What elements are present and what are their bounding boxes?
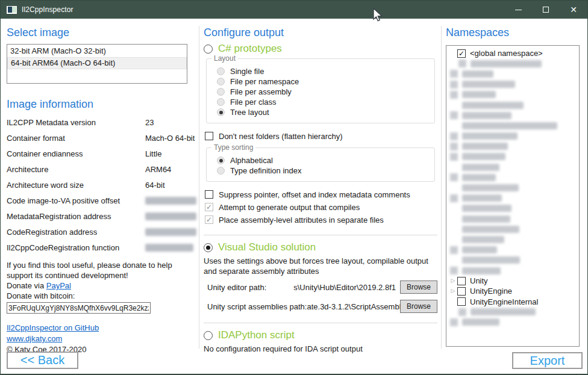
namespace-row-redacted[interactable] [449,131,579,141]
paypal-link[interactable]: PayPal [46,281,71,290]
namespace-row-redacted[interactable] [449,110,579,120]
csharp-prototypes-option[interactable]: C# prototypes [204,43,441,55]
bitcoin-address-input[interactable] [7,302,151,314]
namespace-checkbox-redacted[interactable] [450,70,458,78]
namespace-checkbox[interactable]: ✓ [457,49,466,58]
namespace-checkbox-redacted[interactable] [450,143,458,150]
namespace-row-redacted[interactable] [449,162,579,172]
website-link[interactable]: www.djkaty.com [7,334,62,343]
namespace-label: UnityEngineInternal [470,297,538,306]
namespace-checkbox[interactable] [457,297,466,306]
namespace-row-redacted[interactable] [449,214,579,224]
namespace-label-redacted [462,184,519,191]
namespace-checkbox-redacted[interactable] [450,318,458,326]
namespace-row-redacted[interactable] [449,100,579,110]
output-option-label: Place assembly-level attributes in separ… [219,215,384,225]
unity-editor-path-value[interactable]: s\Unity\Hub\Editor\2019.2.8f1 [266,283,400,292]
namespace-row[interactable]: ▷Unity [449,276,579,286]
unity-script-path-row: Unity script assemblies path: ate.3d-3.1… [207,300,437,313]
layout-radio [217,88,225,96]
app-icon [7,6,17,14]
namespace-checkbox-redacted[interactable] [450,194,458,202]
namespaces-listbox[interactable]: ✓<global namespace>▷Unity▷UnityEngineUni… [446,45,580,347]
namespace-checkbox-redacted[interactable] [450,91,458,99]
output-option-checkbox[interactable] [205,190,213,199]
unity-script-path-value[interactable]: ate.3d-3.1.2\ScriptAssemblies [307,302,400,311]
namespace-row-redacted[interactable] [449,203,579,214]
layout-option: Tree layout [217,107,434,117]
info-value: Mach-O 64-bit [145,134,195,143]
namespace-checkbox-redacted[interactable] [450,246,458,254]
unity-editor-path-row: Unity editor path: s\Unity\Hub\Editor\20… [207,280,437,294]
layout-option: Single file [217,66,434,76]
dont-nest-checkbox[interactable] [205,132,213,140]
namespace-row-redacted[interactable] [449,234,579,244]
dont-nest-folders-option[interactable]: Don't nest folders (flatten hierarchy) [205,131,441,141]
namespace-row-redacted[interactable] [449,317,579,327]
namespace-row-redacted[interactable] [449,120,579,131]
layout-group-label: Layout [211,54,238,63]
minimize-button[interactable] [504,1,532,19]
unity-editor-path-label: Unity editor path: [207,283,266,292]
image-list-item[interactable]: 64-bit ARM64 (Mach-O 64-bit) [7,57,187,69]
maximize-button[interactable] [532,1,560,19]
namespace-checkbox-redacted[interactable] [450,153,458,161]
layout-label: File per class [230,98,277,107]
export-button[interactable]: Export [512,352,583,369]
namespace-row-redacted[interactable] [449,255,579,265]
github-link[interactable]: Il2CppInspector on GitHub [7,323,99,332]
visual-studio-option[interactable]: Visual Studio solution [204,241,441,253]
info-label: Code image-to-VA positive offset [7,196,145,205]
layout-option: File per namespace [217,76,434,87]
namespace-label-redacted [462,164,499,171]
unity-editor-browse-button[interactable]: Browse [400,280,437,294]
namespace-checkbox[interactable] [457,277,466,285]
namespace-label: <global namespace> [470,49,543,58]
namespace-row-redacted[interactable] [449,245,579,255]
layout-label: File per namespace [230,77,299,86]
output-option-label: Suppress pointer, offset and index metad… [219,190,410,199]
back-button[interactable]: << Back [7,352,78,369]
info-row: Container endiannessLittle [7,146,196,161]
namespace-label-redacted [462,153,505,160]
namespace-row-redacted[interactable] [449,152,579,162]
expander-icon[interactable]: ▷ [449,288,457,294]
layout-groupbox: Layout Single fileFile per namespaceFile… [206,58,435,123]
namespace-row-redacted[interactable] [449,141,579,152]
namespace-checkbox-redacted[interactable] [458,308,466,316]
image-listbox[interactable]: 32-bit ARM (Mach-O 32-bit)64-bit ARM64 (… [7,44,187,84]
namespace-checkbox-redacted[interactable] [450,111,458,119]
namespace-row-redacted[interactable] [449,307,579,317]
namespace-row-redacted[interactable] [449,58,579,69]
namespace-checkbox[interactable] [457,287,466,296]
layout-option: File per assembly [217,87,434,97]
namespace-row-redacted[interactable] [449,79,579,90]
namespace-row-redacted[interactable] [449,265,579,276]
namespace-checkbox-redacted[interactable] [458,60,466,67]
namespace-row-redacted[interactable] [449,90,579,100]
namespace-checkbox-redacted[interactable] [450,267,458,274]
namespace-row[interactable]: ✓<global namespace> [449,48,579,58]
namespace-checkbox-redacted[interactable] [450,81,458,88]
visual-studio-radio[interactable] [204,243,213,252]
namespace-checkbox-redacted[interactable] [450,173,458,181]
namespace-checkbox-redacted[interactable] [450,132,458,140]
image-list-item[interactable]: 32-bit ARM (Mach-O 32-bit) [7,45,187,57]
namespace-row-redacted[interactable] [449,224,579,234]
idapython-option[interactable]: IDAPython script [204,329,441,341]
namespace-row-redacted[interactable] [449,182,579,193]
namespace-row-redacted[interactable] [449,172,579,182]
info-row: CodeRegistration address [7,224,196,240]
namespace-row-redacted[interactable] [449,69,579,79]
output-option[interactable]: Suppress pointer, offset and index metad… [205,189,441,200]
namespace-row[interactable]: UnityEngineInternal [449,297,579,307]
expander-icon[interactable]: ▷ [449,278,457,284]
idapython-radio[interactable] [204,331,213,340]
csharp-prototypes-radio[interactable] [204,45,213,54]
namespace-row-redacted[interactable] [449,193,579,203]
namespace-row[interactable]: ▷UnityEngine [449,286,579,296]
close-button[interactable]: ✕ [560,1,587,19]
unity-script-browse-button[interactable]: Browse [400,300,437,313]
namespace-label-redacted [462,256,520,264]
footer-links: Il2CppInspector on GitHub www.djkaty.com… [7,323,196,355]
